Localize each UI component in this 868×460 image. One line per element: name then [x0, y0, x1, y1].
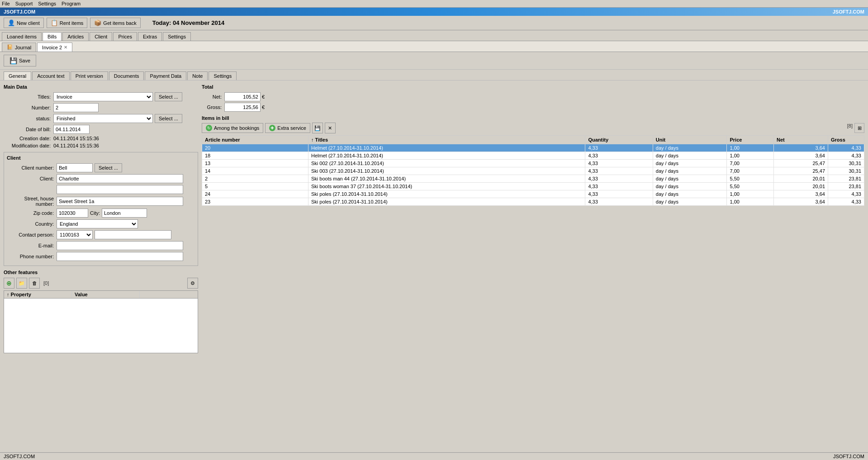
toolbar: New client Rent items Get items back Tod… — [0, 16, 868, 30]
country-select[interactable]: England — [57, 219, 138, 228]
status-select[interactable]: Finished — [53, 114, 153, 123]
title-bar: JSOFTJ.COM JSOFTJ.COM — [0, 8, 868, 16]
items-save-button[interactable]: 💾 — [312, 123, 323, 133]
inner-tab-payment-data[interactable]: Payment Data — [145, 71, 186, 80]
menu-program[interactable]: Program — [62, 1, 81, 6]
client-select-button[interactable]: Select ... — [95, 163, 122, 172]
corner-icon-button[interactable]: ⊞ — [854, 123, 864, 133]
menu-settings[interactable]: Settings — [38, 1, 56, 6]
inner-tab-general[interactable]: General — [4, 71, 31, 80]
title-right: JSOFTJ.COM — [833, 9, 864, 14]
gross-input[interactable] — [224, 103, 261, 112]
cell-title: Helmet (27.10.2014-31.10.2014) — [308, 144, 585, 152]
email-row: E-mail: — [7, 241, 195, 250]
contact-select[interactable]: 1100163 — [57, 230, 93, 239]
cell-gross: 4,33 — [828, 144, 864, 152]
table-row[interactable]: 13 Ski 002 (27.10.2014-31.10.2014) 4,33 … — [202, 160, 864, 167]
save-label: Save — [19, 58, 30, 63]
add-feature-button[interactable]: ⊕ — [4, 278, 14, 289]
other-features-section: Other features ⊕ 📁 🗑 [0] ⚙ ↑ Property — [4, 270, 198, 353]
rent-items-button[interactable]: Rent items — [47, 18, 88, 28]
table-row[interactable]: 18 Helmet (27.10.2014-31.10.2014) 4,33 d… — [202, 152, 864, 160]
number-input[interactable] — [53, 103, 99, 112]
inner-tab-print-version[interactable]: Print version — [71, 71, 108, 80]
get-items-back-button[interactable]: Get items back — [90, 18, 140, 28]
cell-quantity: 4,33 — [585, 198, 653, 206]
among-bookings-label: Among the bookings — [214, 125, 259, 131]
total-label: Total — [202, 84, 864, 90]
new-client-button[interactable]: New client — [4, 18, 44, 28]
phone-label: Phone number: — [7, 254, 57, 259]
table-row[interactable]: 5 Ski boots woman 37 (27.10.2014-31.10.2… — [202, 183, 864, 190]
tab-bills[interactable]: Bills — [43, 32, 62, 41]
menu-support[interactable]: Support — [15, 1, 33, 6]
net-label: Net: — [202, 94, 224, 100]
date-display: Today: 04 November 2014 — [152, 19, 224, 26]
contact-input[interactable] — [95, 230, 171, 239]
table-row[interactable]: 24 Ski poles (27.10.2014-31.10.2014) 4,3… — [202, 190, 864, 198]
save-button[interactable]: Save — [4, 55, 36, 66]
table-row[interactable]: 2 Ski boots man 44 (27.10.2014-31.10.201… — [202, 175, 864, 183]
sub-tab-invoice2-close[interactable]: ✕ — [64, 45, 67, 50]
table-row[interactable]: 14 Ski 003 (27.10.2014-31.10.2014) 4,33 … — [202, 167, 864, 175]
sub-tab-journal[interactable]: 📔 Journal — [2, 43, 36, 52]
extra-service-button[interactable]: ✚ Extra service — [265, 123, 310, 133]
cell-price: 1,00 — [727, 198, 774, 206]
tab-client[interactable]: Client — [90, 32, 112, 41]
client-name-input[interactable] — [57, 174, 183, 183]
tab-settings[interactable]: Settings — [163, 32, 191, 41]
cell-net: 25,47 — [774, 160, 828, 167]
inner-tab-note[interactable]: Note — [187, 71, 208, 80]
status-select-button[interactable]: Select ... — [155, 114, 182, 123]
date-of-bill-input[interactable] — [53, 125, 90, 134]
inner-tab-account-text[interactable]: Account text — [32, 71, 70, 80]
cell-quantity: 4,33 — [585, 175, 653, 183]
city-input[interactable] — [102, 209, 147, 218]
phone-input[interactable] — [57, 252, 183, 261]
inner-tab-documents[interactable]: Documents — [109, 71, 144, 80]
new-client-label: New client — [17, 20, 40, 26]
net-input[interactable] — [224, 92, 261, 101]
tab-prices[interactable]: Prices — [113, 32, 137, 41]
client-line2-input[interactable] — [57, 185, 183, 194]
delete-feature-button[interactable]: 🗑 — [29, 278, 40, 289]
email-input[interactable] — [57, 241, 183, 250]
titles-select-button[interactable]: Select ... — [155, 92, 182, 101]
street-input[interactable] — [57, 197, 183, 206]
cell-quantity: 4,33 — [585, 160, 653, 167]
sub-tab-invoice2-label: Invoice 2 — [42, 45, 62, 50]
cell-price: 7,00 — [727, 167, 774, 175]
rent-items-label: Rent items — [60, 20, 84, 26]
titles-select[interactable]: Invoice — [53, 92, 153, 101]
street-row: Street, house number: — [7, 196, 195, 207]
phone-row: Phone number: — [7, 252, 195, 261]
creation-date-label: Creation date: — [4, 136, 53, 141]
menu-file[interactable]: File — [2, 1, 10, 6]
zip-label: Zip code: — [7, 210, 57, 216]
creation-date-value: 04.11.2014 15:15:36 — [53, 136, 99, 141]
tab-loaned-items[interactable]: Loaned items — [2, 32, 42, 41]
folder-feature-button[interactable]: 📁 — [16, 278, 27, 289]
table-row[interactable]: 23 Ski poles (27.10.2014-31.10.2014) 4,3… — [202, 198, 864, 206]
tab-articles[interactable]: Articles — [62, 32, 89, 41]
client-number-input[interactable] — [57, 163, 93, 172]
among-bookings-button[interactable]: ↻ Among the bookings — [202, 123, 263, 133]
items-table-head: Article number ↑ Titles Quantity Unit Pr… — [202, 136, 864, 144]
items-delete-button[interactable]: ✕ — [325, 123, 336, 133]
zip-input[interactable] — [57, 209, 88, 218]
save-area: Save — [0, 52, 868, 70]
cell-quantity: 4,33 — [585, 190, 653, 198]
table-row[interactable]: 20 Helmet (27.10.2014-31.10.2014) 4,33 d… — [202, 144, 864, 152]
tab-extras[interactable]: Extras — [138, 32, 162, 41]
sub-tab-invoice2[interactable]: Invoice 2 ✕ — [37, 43, 72, 52]
country-label: Country: — [7, 221, 57, 227]
cell-quantity: 4,33 — [585, 183, 653, 190]
net-currency: € — [262, 94, 265, 100]
street-label: Street, house number: — [7, 196, 57, 207]
total-section: Total Net: € Gross: € — [202, 84, 864, 112]
inner-tab-settings[interactable]: Settings — [209, 71, 237, 80]
gross-currency: € — [262, 104, 265, 110]
status-left: JSOFTJ.COM — [4, 454, 35, 459]
main-data-label: Main Data — [4, 84, 198, 90]
features-settings-button[interactable]: ⚙ — [187, 278, 198, 289]
